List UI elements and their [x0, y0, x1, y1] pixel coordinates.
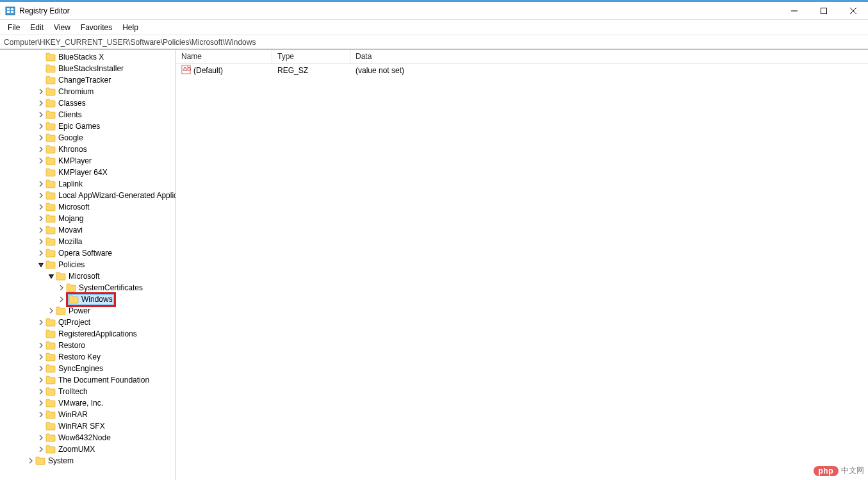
expander-icon[interactable]	[58, 284, 65, 292]
menu-view[interactable]: View	[49, 22, 76, 33]
menu-bar: File Edit View Favorites Help	[0, 20, 868, 35]
tree-node[interactable]: KMPlayer 64X	[0, 167, 176, 178]
expander-icon[interactable]	[37, 99, 45, 107]
tree-node-label: Restoro Key	[58, 352, 101, 361]
expander-icon[interactable]	[37, 342, 45, 349]
content-area: BlueStacks XBlueStacksInstallerChangeTra…	[0, 49, 868, 480]
menu-help[interactable]: Help	[117, 22, 143, 33]
tree-node[interactable]: SyncEngines	[0, 363, 176, 374]
expander-icon[interactable]	[37, 203, 45, 211]
expander-icon[interactable]	[37, 238, 45, 245]
tree-node[interactable]: Wow6432Node	[0, 432, 176, 443]
expander-icon[interactable]	[37, 445, 45, 453]
expander-icon[interactable]	[37, 388, 45, 395]
tree-node-label: Laplink	[58, 179, 83, 188]
expander-icon[interactable]	[37, 411, 45, 418]
tree-pane[interactable]: BlueStacks XBlueStacksInstallerChangeTra…	[0, 50, 176, 480]
value-row[interactable]: ab(Default)REG_SZ(value not set)	[176, 64, 868, 77]
tree-node-label: Khronos	[58, 145, 87, 154]
tree-node[interactable]: Clients	[0, 109, 176, 120]
expander-icon[interactable]	[37, 111, 45, 119]
expander-icon[interactable]	[37, 226, 45, 234]
title-bar[interactable]: Registry Editor	[0, 2, 868, 20]
tree-node-label: Policies	[58, 260, 85, 269]
expander-icon[interactable]	[37, 319, 45, 326]
svg-rect-6	[821, 8, 827, 13]
tree-node-label: Classes	[58, 99, 86, 108]
tree-node[interactable]: BlueStacksInstaller	[0, 63, 176, 74]
address-bar[interactable]: Computer\HKEY_CURRENT_USER\Software\Poli…	[0, 35, 868, 49]
expander-icon[interactable]	[37, 134, 45, 142]
values-list[interactable]: ab(Default)REG_SZ(value not set)	[176, 64, 868, 77]
tree-node[interactable]: ZoomUMX	[0, 443, 176, 455]
tree-node-label: Windows	[81, 295, 113, 304]
column-name[interactable]: Name	[176, 50, 272, 63]
expander-icon[interactable]	[37, 376, 45, 384]
tree-node-label: ChangeTracker	[58, 76, 111, 85]
tree-node[interactable]: The Document Foundation	[0, 374, 176, 386]
tree-node[interactable]: Microsoft	[0, 270, 176, 282]
tree-node[interactable]: WinRAR	[0, 409, 176, 420]
expander-icon[interactable]	[47, 307, 55, 315]
tree-node[interactable]: Google	[0, 132, 176, 144]
tree-node-label: Google	[58, 133, 83, 142]
tree-node[interactable]: KMPlayer	[0, 155, 176, 167]
tree-node-label: Clients	[58, 110, 82, 119]
svg-rect-3	[11, 8, 13, 10]
tree-node-label: SyncEngines	[58, 364, 103, 373]
expander-icon[interactable]	[37, 88, 45, 95]
menu-edit[interactable]: Edit	[25, 22, 49, 33]
tree-node[interactable]: System	[0, 455, 176, 467]
tree-node[interactable]: Khronos	[0, 144, 176, 155]
tree-node[interactable]: Policies	[0, 259, 176, 270]
tree-node[interactable]: BlueStacks X	[0, 51, 176, 63]
expander-icon[interactable]	[37, 261, 45, 269]
expander-icon[interactable]	[27, 457, 35, 465]
tree-node[interactable]: QtProject	[0, 317, 176, 328]
tree-node[interactable]: Movavi	[0, 224, 176, 236]
values-header: Name Type Data	[176, 50, 868, 64]
tree-node-label: BlueStacksInstaller	[58, 64, 124, 73]
tree-node[interactable]: Restoro	[0, 340, 176, 351]
tree-node[interactable]: Trolltech	[0, 386, 176, 397]
expander-icon[interactable]	[37, 145, 45, 153]
expander-icon[interactable]	[37, 122, 45, 130]
expander-icon[interactable]	[37, 157, 45, 165]
expander-icon[interactable]	[37, 249, 45, 257]
tree-node[interactable]: Local AppWizard-Generated Applications	[0, 190, 176, 201]
expander-icon[interactable]	[37, 399, 45, 407]
menu-favorites[interactable]: Favorites	[76, 22, 117, 33]
tree-node[interactable]: Power	[0, 305, 176, 317]
close-button[interactable]	[839, 2, 868, 19]
tree-node[interactable]: RegisteredApplications	[0, 328, 176, 340]
tree-node[interactable]: ChangeTracker	[0, 74, 176, 86]
tree-node[interactable]: Windows	[0, 294, 176, 305]
expander-icon[interactable]	[37, 434, 45, 442]
tree-node[interactable]: Epic Games	[0, 120, 176, 132]
tree-node[interactable]: Mojang	[0, 213, 176, 224]
tree-node[interactable]: VMware, Inc.	[0, 397, 176, 409]
tree-node[interactable]: Mozilla	[0, 236, 176, 247]
menu-file[interactable]: File	[3, 22, 25, 33]
expander-icon[interactable]	[37, 365, 45, 372]
tree-node[interactable]: Classes	[0, 97, 176, 109]
tree-node[interactable]: WinRAR SFX	[0, 420, 176, 432]
expander-icon[interactable]	[47, 272, 55, 280]
tree-node[interactable]: Opera Software	[0, 247, 176, 259]
column-type[interactable]: Type	[272, 50, 350, 63]
column-data[interactable]: Data	[350, 50, 868, 63]
expander-icon[interactable]	[37, 180, 45, 188]
values-pane: Name Type Data ab(Default)REG_SZ(value n…	[176, 50, 868, 480]
tree-node[interactable]: Laplink	[0, 178, 176, 190]
tree-node[interactable]: Microsoft	[0, 201, 176, 213]
tree-node[interactable]: Restoro Key	[0, 351, 176, 363]
tree-node[interactable]: Chromium	[0, 86, 176, 97]
maximize-button[interactable]	[809, 2, 839, 19]
expander-icon[interactable]	[37, 192, 45, 199]
expander-icon[interactable]	[58, 295, 65, 303]
tree-node-label: SystemCertificates	[79, 283, 143, 292]
expander-icon[interactable]	[37, 215, 45, 222]
highlight-annotation: Windows	[66, 292, 116, 307]
minimize-button[interactable]	[780, 2, 809, 19]
expander-icon[interactable]	[37, 353, 45, 361]
